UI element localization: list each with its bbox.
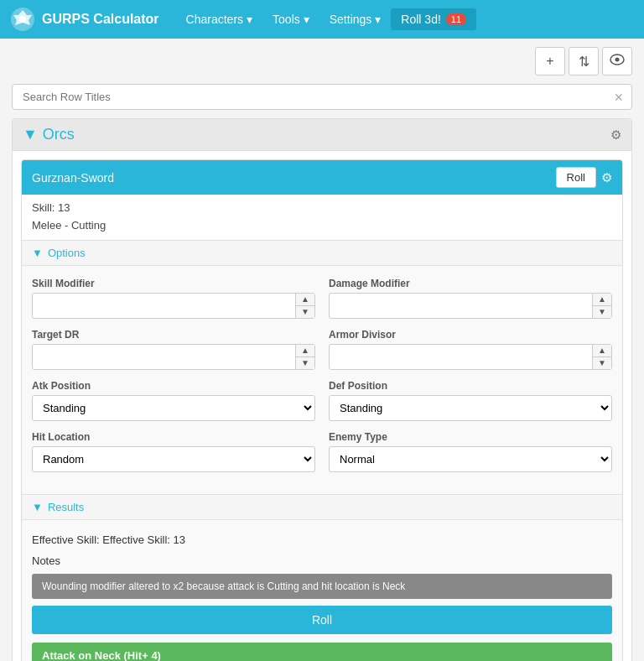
results-roll-button[interactable]: Roll bbox=[32, 606, 612, 634]
options-panel-body: Skill Modifier 0 ▲ ▼ Damage Modifier bbox=[22, 266, 622, 494]
search-clear-icon[interactable]: ✕ bbox=[614, 91, 624, 104]
section-gear-button[interactable]: ⚙ bbox=[610, 128, 621, 143]
results-panel-title: Results bbox=[48, 501, 84, 513]
characters-caret-icon: ▾ bbox=[247, 13, 252, 26]
hit-location-label: Hit Location bbox=[32, 431, 315, 443]
damage-modifier-input-group: 2 ▲ ▼ bbox=[329, 293, 612, 319]
armor-divisor-down[interactable]: ▼ bbox=[593, 357, 611, 369]
enemy-type-select[interactable]: Normal Unliving Homogenous Diffuse bbox=[329, 446, 612, 472]
search-bar: ✕ bbox=[12, 84, 632, 110]
brand-label: GURPS Calculator bbox=[42, 12, 159, 27]
target-dr-spinners: ▲ ▼ bbox=[295, 345, 314, 369]
armor-divisor-label: Armor Divisor bbox=[329, 329, 612, 341]
damage-modifier-down[interactable]: ▼ bbox=[593, 306, 611, 318]
atk-position-group: Atk Position Standing Kneeling Prone bbox=[32, 380, 315, 421]
enemy-type-group: Enemy Type Normal Unliving Homogenous Di… bbox=[329, 431, 612, 472]
armor-divisor-group: Armor Divisor 1 ▲ ▼ bbox=[329, 329, 612, 370]
options-row-1: Skill Modifier 0 ▲ ▼ Damage Modifier bbox=[32, 278, 612, 319]
tools-caret-icon: ▾ bbox=[304, 13, 309, 26]
add-button[interactable]: + bbox=[535, 47, 565, 75]
roll-3d-label: Roll 3d! bbox=[401, 13, 440, 26]
target-dr-input-group: 4 ▲ ▼ bbox=[32, 344, 315, 370]
attack-header: Gurznan-Sword Roll ⚙ bbox=[22, 160, 622, 195]
melee-label: Melee - Cutting bbox=[32, 217, 612, 235]
options-row-3: Atk Position Standing Kneeling Prone Def… bbox=[32, 380, 612, 421]
skill-value: 13 bbox=[58, 201, 70, 214]
effective-skill-text: Effective Skill: Effective Skill: 13 bbox=[22, 527, 622, 553]
attack-card: Gurznan-Sword Roll ⚙ Skill: 13 Melee - C… bbox=[21, 159, 623, 661]
skill-label: Skill: bbox=[32, 201, 55, 214]
attack-roll-button[interactable]: Roll bbox=[556, 167, 596, 188]
options-chevron-icon: ▼ bbox=[32, 247, 43, 259]
roll-3d-button[interactable]: Roll 3d! 11 bbox=[391, 8, 476, 30]
skill-modifier-up[interactable]: ▲ bbox=[296, 294, 314, 306]
nav-settings-label: Settings bbox=[330, 13, 372, 26]
atk-position-select[interactable]: Standing Kneeling Prone bbox=[32, 395, 315, 421]
armor-divisor-spinners: ▲ ▼ bbox=[592, 345, 611, 369]
damage-modifier-group: Damage Modifier 2 ▲ ▼ bbox=[329, 278, 612, 319]
atk-position-label: Atk Position bbox=[32, 380, 315, 392]
def-position-select[interactable]: Standing Kneeling Prone bbox=[329, 395, 612, 421]
results-panel-header[interactable]: ▼ Results bbox=[22, 495, 622, 520]
view-button[interactable] bbox=[602, 47, 632, 75]
armor-divisor-input[interactable]: 1 bbox=[330, 345, 592, 369]
armor-divisor-input-group: 1 ▲ ▼ bbox=[329, 344, 612, 370]
options-row-4: Hit Location Random Torso Neck Head Enem… bbox=[32, 431, 612, 472]
options-panel: ▼ Options Skill Modifier 0 ▲ ▼ bbox=[22, 240, 622, 494]
attack-gear-icon[interactable]: ⚙ bbox=[601, 170, 612, 185]
target-dr-input[interactable]: 4 bbox=[33, 345, 295, 369]
skill-modifier-down[interactable]: ▼ bbox=[296, 306, 314, 318]
view-icon bbox=[610, 54, 625, 69]
warning-message: Wounding modifier altered to x2 because … bbox=[32, 574, 612, 599]
attack-result-header: Attack on Neck (Hit+ 4) bbox=[32, 643, 612, 661]
armor-divisor-up[interactable]: ▲ bbox=[593, 345, 611, 357]
results-chevron-icon: ▼ bbox=[32, 501, 43, 513]
roll-badge: 11 bbox=[446, 13, 466, 25]
attack-roll-area: Roll ⚙ bbox=[556, 167, 612, 188]
skill-modifier-input[interactable]: 0 bbox=[33, 294, 295, 318]
def-position-label: Def Position bbox=[329, 380, 612, 392]
damage-modifier-up[interactable]: ▲ bbox=[593, 294, 611, 306]
gurps-logo-icon bbox=[10, 7, 35, 32]
nav-characters[interactable]: Characters ▾ bbox=[176, 0, 262, 39]
navbar: GURPS Calculator Characters ▾ Tools ▾ Se… bbox=[0, 0, 644, 39]
nav-characters-label: Characters bbox=[186, 13, 243, 26]
section-title-label: Orcs bbox=[43, 126, 75, 143]
enemy-type-label: Enemy Type bbox=[329, 431, 612, 443]
skill-modifier-input-group: 0 ▲ ▼ bbox=[32, 293, 315, 319]
svg-point-3 bbox=[615, 58, 620, 62]
options-panel-header[interactable]: ▼ Options bbox=[22, 241, 622, 266]
target-dr-up[interactable]: ▲ bbox=[296, 345, 314, 357]
hit-location-select[interactable]: Random Torso Neck Head bbox=[32, 446, 315, 472]
section-collapse-icon[interactable]: ▼ bbox=[23, 126, 38, 143]
options-panel-title: Options bbox=[48, 247, 86, 259]
svg-point-1 bbox=[19, 16, 26, 23]
damage-modifier-input[interactable]: 2 bbox=[330, 294, 592, 318]
orcs-section-title: ▼ Orcs bbox=[23, 126, 75, 143]
nav-tools-label: Tools bbox=[273, 13, 300, 26]
notes-label: Notes bbox=[22, 553, 622, 574]
search-input[interactable] bbox=[12, 84, 632, 110]
results-panel: ▼ Results Effective Skill: Effective Ski… bbox=[22, 494, 622, 661]
target-dr-down[interactable]: ▼ bbox=[296, 357, 314, 369]
orcs-section: ▼ Orcs ⚙ Gurznan-Sword Roll ⚙ Skill: 13 … bbox=[12, 118, 632, 661]
damage-modifier-spinners: ▲ ▼ bbox=[592, 294, 611, 318]
nav-tools[interactable]: Tools ▾ bbox=[262, 0, 319, 39]
skill-modifier-label: Skill Modifier bbox=[32, 278, 315, 289]
sort-button[interactable]: ⇅ bbox=[569, 47, 599, 75]
eye-icon bbox=[610, 54, 625, 65]
target-dr-group: Target DR 4 ▲ ▼ bbox=[32, 329, 315, 370]
orcs-section-header: ▼ Orcs ⚙ bbox=[13, 119, 631, 151]
attack-skill: Skill: 13 bbox=[32, 200, 612, 217]
hit-location-group: Hit Location Random Torso Neck Head bbox=[32, 431, 315, 472]
brand: GURPS Calculator bbox=[10, 7, 159, 32]
damage-modifier-label: Damage Modifier bbox=[329, 278, 612, 289]
settings-caret-icon: ▾ bbox=[375, 13, 381, 26]
skill-modifier-group: Skill Modifier 0 ▲ ▼ bbox=[32, 278, 315, 319]
attack-info: Skill: 13 Melee - Cutting bbox=[22, 195, 622, 240]
def-position-group: Def Position Standing Kneeling Prone bbox=[329, 380, 612, 421]
nav-settings[interactable]: Settings ▾ bbox=[319, 0, 392, 39]
attack-name: Gurznan-Sword bbox=[32, 171, 114, 185]
skill-modifier-spinners: ▲ ▼ bbox=[295, 294, 314, 318]
target-dr-label: Target DR bbox=[32, 329, 315, 341]
